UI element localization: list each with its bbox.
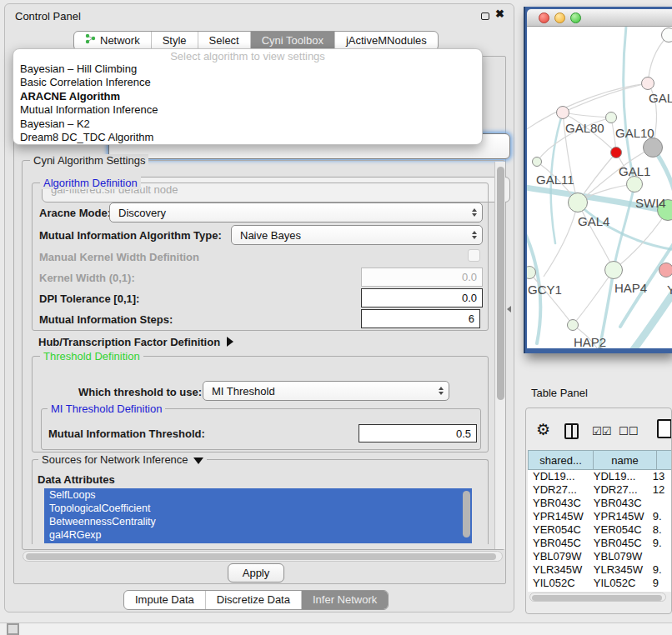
mi-threshold-definition-title: MI Threshold Definition bbox=[48, 402, 165, 415]
network-node[interactable] bbox=[604, 261, 623, 279]
tab-jactivemnodules[interactable]: jActiveMNodules bbox=[335, 32, 438, 50]
tab-cyni-toolbox[interactable]: Cyni Toolbox bbox=[251, 32, 335, 50]
network-node[interactable] bbox=[605, 112, 617, 123]
algorithm-definition-group: Algorithm Definition Aracne Mode: Discov… bbox=[32, 182, 489, 331]
close-traffic-light[interactable] bbox=[539, 12, 549, 23]
table-cell bbox=[648, 497, 671, 510]
splitter-handle[interactable] bbox=[507, 306, 511, 312]
table-column-header[interactable]: name bbox=[593, 450, 656, 470]
settings-hscrollbar-thumb[interactable] bbox=[26, 553, 496, 560]
apply-button[interactable]: Apply bbox=[228, 563, 284, 582]
algorithm-option[interactable]: Mutual Information Inference bbox=[13, 103, 482, 117]
mi-threshold-field[interactable]: 0.5 bbox=[359, 424, 477, 442]
settings-hscrollbar-track[interactable] bbox=[23, 551, 503, 562]
close-icon[interactable]: ✖ bbox=[495, 8, 504, 20]
combo-stepper-icon bbox=[472, 208, 477, 217]
attribute-list-item[interactable]: SelfLoops bbox=[44, 488, 472, 502]
tab-network[interactable]: Network bbox=[74, 32, 152, 50]
table-cell: 9 bbox=[648, 577, 671, 590]
cyni-algorithm-settings-title: Cyni Algorithm Settings bbox=[30, 154, 148, 167]
network-canvas[interactable]: GALGAL80GAL10GAL11GAL1SWI4GAL4GCY1HAP4YH… bbox=[527, 27, 672, 348]
network-node[interactable] bbox=[659, 262, 672, 278]
aracne-mode-combo[interactable]: Discovery bbox=[109, 202, 483, 222]
hub-definition-toggle[interactable]: Hub/Transcription Factor Definition bbox=[38, 336, 233, 348]
minimize-traffic-light[interactable] bbox=[554, 12, 565, 23]
tab-style[interactable]: Style bbox=[152, 32, 198, 50]
table-row[interactable]: YBR045CYBR045C9. bbox=[528, 537, 671, 550]
gear-icon[interactable]: ⚙ bbox=[536, 422, 550, 438]
table-row[interactable]: YDL19...YDL19...13 bbox=[528, 470, 671, 483]
mi-steps-field[interactable]: 6 bbox=[361, 309, 480, 328]
which-threshold-combo[interactable]: MI Threshold bbox=[203, 381, 449, 401]
network-window-titlebar[interactable] bbox=[527, 9, 672, 27]
table-row[interactable]: YPR145WYPR145W9. bbox=[528, 510, 671, 523]
attribute-list-item[interactable]: TopologicalCoefficient bbox=[44, 502, 472, 515]
algorithm-option[interactable]: Dream8 DC_TDC Algorithm bbox=[13, 131, 482, 144]
tab-discretize-data[interactable]: Discretize Data bbox=[206, 591, 302, 609]
table-row[interactable]: YDR27...YDR27...12 bbox=[528, 483, 671, 497]
document-icon[interactable] bbox=[657, 419, 672, 438]
table-cell: YIL052C bbox=[528, 577, 589, 590]
table-cell: YER054C bbox=[528, 523, 589, 537]
tab-infer-network[interactable]: Infer Network bbox=[302, 591, 388, 609]
table-panel: ⚙ ☑☑ ☐☐ shared...name YDL19...YDL19...13… bbox=[525, 408, 672, 614]
unchecked-checkbox-icon[interactable]: ☐☐ bbox=[619, 426, 638, 437]
network-node[interactable] bbox=[567, 319, 579, 331]
mi-threshold-definition-group: MI Threshold Definition Mutual Informati… bbox=[41, 408, 481, 450]
sources-title-toggle[interactable]: Sources for Network Inference bbox=[38, 453, 207, 466]
algorithm-options: Bayesian – Hill ClimbingBasic Correlatio… bbox=[13, 62, 482, 144]
table-cell: YDR27... bbox=[589, 483, 648, 497]
algorithm-definition-title: Algorithm Definition bbox=[40, 177, 141, 189]
tab-impute-data[interactable]: Impute Data bbox=[124, 591, 206, 609]
settings-scrollbar-thumb[interactable] bbox=[497, 167, 504, 400]
hub-definition-label: Hub/Transcription Factor Definition bbox=[38, 336, 220, 348]
table-cell: 13 bbox=[648, 470, 671, 483]
table-cell: YBR045C bbox=[528, 537, 589, 550]
manual-kernel-checkbox bbox=[468, 249, 480, 262]
table-column-header[interactable] bbox=[656, 450, 672, 470]
table-row[interactable]: YIL052CYIL052C9 bbox=[528, 577, 671, 590]
mi-type-value: Naive Bayes bbox=[240, 229, 301, 242]
combo-stepper-icon bbox=[472, 231, 477, 239]
table-cell: YLR345W bbox=[589, 563, 648, 577]
tab-select[interactable]: Select bbox=[198, 32, 251, 50]
table-body: YDL19...YDL19...13YDR27...YDR27...12YBR0… bbox=[528, 470, 671, 592]
network-node[interactable] bbox=[661, 28, 672, 42]
table-row[interactable]: YLR345WYLR345W9. bbox=[528, 563, 671, 577]
table-row[interactable]: YER054CYER054C8. bbox=[528, 523, 671, 537]
data-attributes-list: SelfLoopsTopologicalCoefficientBetweenne… bbox=[44, 488, 472, 543]
algorithm-option[interactable]: ARACNE Algorithm bbox=[13, 90, 482, 103]
zoom-traffic-light[interactable] bbox=[570, 12, 581, 23]
float-window-icon[interactable] bbox=[481, 12, 489, 20]
checked-checkbox-icon[interactable]: ☑☑ bbox=[592, 426, 611, 437]
network-node-label: GAL4 bbox=[578, 214, 609, 228]
table-row[interactable]: YBR043CYBR043C bbox=[528, 497, 671, 510]
network-node[interactable] bbox=[626, 176, 643, 192]
network-node[interactable] bbox=[556, 106, 569, 119]
network-node[interactable] bbox=[610, 147, 622, 158]
table-hscrollbar-track[interactable] bbox=[529, 592, 666, 602]
tab-label: Style bbox=[163, 32, 187, 50]
algorithm-option[interactable]: Bayesian – Hill Climbing bbox=[13, 62, 482, 76]
settings-scrollbar-track[interactable] bbox=[494, 162, 505, 549]
attribute-list-item[interactable]: BetweennessCentrality bbox=[44, 515, 472, 528]
network-node[interactable] bbox=[532, 157, 542, 167]
algorithm-dropdown-prompt: Select algorithm to view settings bbox=[13, 50, 482, 62]
network-node[interactable] bbox=[641, 77, 654, 90]
table-cell: YLR345W bbox=[528, 563, 589, 577]
algorithm-option[interactable]: Basic Correlation Inference bbox=[13, 76, 482, 89]
table-hscrollbar-thumb[interactable] bbox=[532, 595, 662, 601]
network-node-label: GAL1 bbox=[619, 164, 650, 178]
attribute-list-item[interactable]: gal4RGexp bbox=[44, 528, 472, 542]
table-column-header[interactable]: shared... bbox=[528, 450, 593, 470]
algorithm-option[interactable]: Bayesian – K2 bbox=[13, 118, 482, 131]
network-node[interactable] bbox=[643, 138, 663, 158]
mi-type-combo[interactable]: Naive Bayes bbox=[231, 225, 483, 245]
columns-icon[interactable] bbox=[564, 423, 579, 439]
table-row[interactable]: YBL079WYBL079W bbox=[528, 550, 671, 563]
dpi-tolerance-field[interactable]: 0.0 bbox=[361, 288, 483, 308]
attributes-scrollbar-thumb[interactable] bbox=[463, 491, 470, 538]
expand-down-icon bbox=[193, 458, 203, 464]
collapsed-panel-icon[interactable] bbox=[7, 623, 19, 635]
network-node[interactable] bbox=[568, 192, 588, 212]
